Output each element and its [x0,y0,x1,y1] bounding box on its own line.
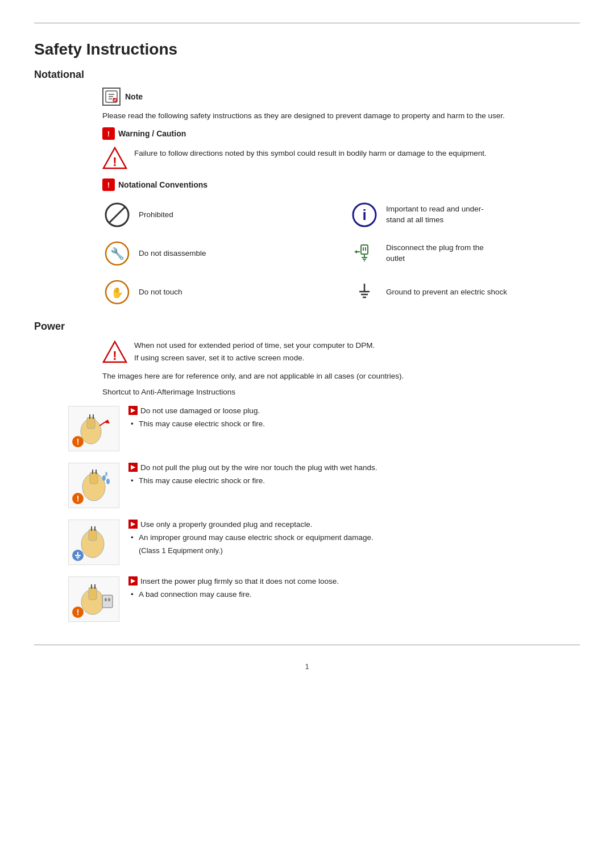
top-divider [34,23,580,23]
convention-important-label: Important to read and under-stand at all… [386,204,484,226]
power-item-2-bullet: This may cause electric shock or fire. [128,475,580,487]
plug-illustration-4: ! [71,579,117,619]
power-item-3-title-text: Use only a properly grounded plug and re… [140,520,312,529]
plug-illustration-3 [71,522,117,562]
convention-ground: Ground to prevent an electric shock [350,277,580,307]
svg-point-62 [108,598,110,601]
svg-text:i: i [362,206,366,223]
power-section: ! When not used for extended period of t… [34,339,580,622]
svg-text:🔧: 🔧 [110,247,125,260]
convention-disassemble-label: Do not disassemble [139,248,206,259]
conventions-heading-row: ! Notational Conventions [102,178,580,191]
svg-text:!: ! [113,155,117,169]
power-reference-p: The images here are for reference only, … [102,370,580,383]
svg-text:!: ! [77,437,80,446]
svg-point-44 [105,472,107,476]
power-item-1-bullet: This may cause electric shock or fire. [128,418,580,430]
power-item-1-title-text: Do not use damaged or loose plug. [140,406,260,415]
red-warning-icon-1: ▶ [128,406,138,415]
convention-ground-label: Ground to prevent an electric shock [386,287,507,298]
svg-text:!: ! [77,608,80,617]
convention-disassemble: 🔧 Do not disassemble [102,239,333,268]
conventions-warning-icon: ! [102,178,115,191]
caution-triangle-icon: ! [102,146,127,171]
page-title: Safety Instructions [34,40,580,59]
notational-heading: Notational [34,69,580,81]
convention-touch-label: Do not touch [139,287,182,298]
note-row: Note [102,88,580,106]
convention-disconnect-label: Disconnect the plug from theoutlet [386,243,484,264]
power-item-1-content: ▶ Do not use damaged or loose plug. This… [128,406,580,430]
svg-text:✋: ✋ [111,286,124,299]
svg-text:!: ! [113,348,117,363]
power-item-4-title: ▶ Insert the power plug firmly so that i… [128,576,580,585]
warning-row: ! Warning / Caution [102,127,580,140]
prohibited-icon [102,200,132,230]
power-item-2: ! ▶ Do not pull the plug out by the wire… [68,463,580,508]
power-caution-triangle-icon: ! [102,339,127,364]
power-item-3-content: ▶ Use only a properly grounded plug and … [128,520,580,554]
svg-point-42 [102,475,106,481]
ground-icon [350,277,379,307]
convention-important: i Important to read and under-stand at a… [350,200,580,230]
convention-prohibited-label: Prohibited [139,210,173,221]
power-item-4-title-text: Insert the power plug firmly so that it … [140,577,339,585]
bottom-divider [34,645,580,645]
power-item-4-content: ▶ Insert the power plug firmly so that i… [128,576,580,600]
page-number: 1 [34,662,580,671]
conventions-heading-label: Notational Conventions [118,180,208,189]
disassemble-icon: 🔧 [102,239,132,268]
power-item-2-content: ▶ Do not pull the plug out by the wire n… [128,463,580,487]
power-reference-text: The images here are for reference only, … [102,370,580,398]
convention-disconnect: Disconnect the plug from theoutlet [350,239,580,268]
power-heading: Power [34,321,580,333]
red-warning-icon-2: ▶ [128,463,138,472]
note-icon [102,88,121,106]
power-item-4: ! ▶ Insert the power plug firmly so that… [68,576,580,622]
svg-line-8 [109,207,125,223]
power-item-2-title: ▶ Do not pull the plug out by the wire n… [128,463,580,472]
svg-rect-60 [102,595,113,608]
power-item-3-sub: (Class 1 Equipment only.) [128,546,580,555]
note-description: Please read the following safety instruc… [102,110,580,122]
power-item-3-title: ▶ Use only a properly grounded plug and … [128,520,580,529]
power-shortcut-p: Shortcut to Anti-Afterimage Instructions [102,386,580,398]
note-label: Note [125,92,143,101]
power-item-1-title: ▶ Do not use damaged or loose plug. [128,406,580,415]
disconnect-icon [350,239,379,268]
conventions-grid: Prohibited i Important to read and under… [102,200,580,307]
touch-icon: ✋ [102,277,132,307]
page: Safety Instructions Notational Note Plea… [0,0,614,868]
important-icon: i [350,200,379,230]
svg-point-61 [105,598,107,601]
power-item-4-bullet: A bad connection may cause fire. [128,589,580,600]
power-item-3-bullet: An improper ground may cause electric sh… [128,532,580,543]
power-item-3-image [68,520,119,565]
power-dpm-text: When not used for extended period of tim… [134,339,580,352]
power-screensaver-text: If using screen saver, set it to active … [134,352,580,364]
warning-icon: ! [102,127,115,140]
caution-block: ! Failure to follow directions noted by … [102,146,580,171]
svg-point-43 [106,479,110,484]
power-item-2-title-text: Do not pull the plug out by the wire nor… [140,463,377,472]
convention-prohibited: Prohibited [102,200,333,230]
power-item-1: ! ▶ Do not use damaged or loose plug. Th… [68,406,580,451]
warning-label: Warning / Caution [118,129,186,138]
plug-illustration-2: ! [71,466,117,505]
svg-rect-57 [89,587,97,600]
power-item-3: ▶ Use only a properly grounded plug and … [68,520,580,565]
power-item-4-image: ! [68,576,119,622]
red-warning-icon-3: ▶ [128,520,138,529]
svg-marker-21 [354,250,357,254]
power-item-1-image: ! [68,406,119,451]
power-dpm-texts: When not used for extended period of tim… [134,339,580,364]
plug-illustration-1: ! [71,409,117,448]
red-warning-icon-4: ▶ [128,576,138,585]
convention-touch: ✋ Do not touch [102,277,333,307]
caution-description: Failure to follow directions noted by th… [134,146,487,159]
power-item-2-image: ! [68,463,119,508]
power-dpm-block: ! When not used for extended period of t… [102,339,580,364]
svg-rect-13 [361,245,368,254]
svg-text:!: ! [77,494,80,503]
